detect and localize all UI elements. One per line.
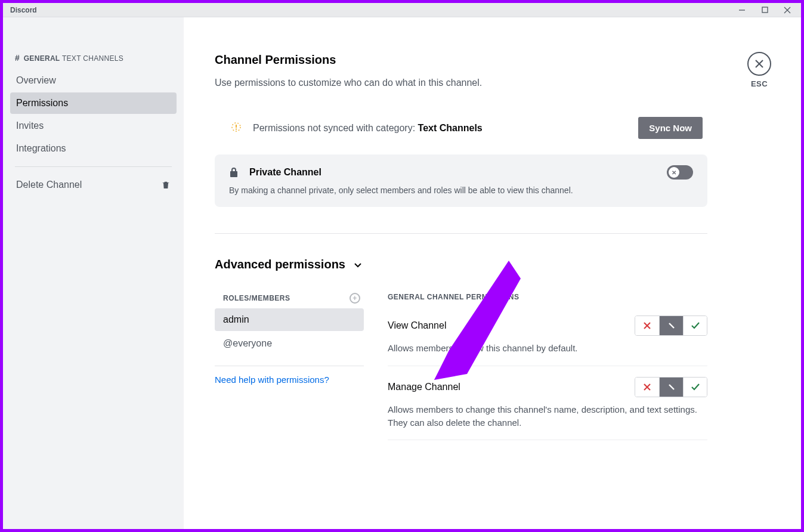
close-window-button[interactable] — [778, 4, 796, 16]
roles-header-label: ROLES/MEMBERS — [223, 294, 290, 302]
svg-rect-8 — [236, 129, 237, 130]
sidebar-item-invites[interactable]: Invites — [10, 115, 177, 137]
private-channel-toggle[interactable]: ✕ — [667, 165, 693, 180]
warning-icon — [231, 122, 241, 134]
permission-row: View Channel Allows members to view this… — [388, 316, 707, 355]
content-area: ESC Channel Permissions Use permissions … — [184, 17, 801, 529]
toggle-off-icon: ✕ — [672, 169, 676, 176]
sidebar-item-label: Delete Channel — [16, 180, 82, 190]
sidebar-separator — [15, 166, 172, 167]
page-description: Use permissions to customize who can do … — [215, 78, 777, 88]
permission-name: View Channel — [388, 320, 446, 331]
settings-sidebar: # GENERAL TEXT CHANNELS Overview Permiss… — [3, 17, 184, 529]
window-controls — [733, 4, 796, 16]
add-role-button[interactable]: + — [350, 293, 360, 304]
titlebar: Discord — [3, 3, 801, 17]
sidebar-item-label: Invites — [16, 120, 44, 131]
svg-line-14 — [669, 385, 674, 389]
permission-separator — [388, 366, 707, 366]
role-item-everyone[interactable]: @everyone — [215, 332, 364, 355]
trash-icon — [161, 180, 171, 190]
sidebar-item-label: Integrations — [16, 143, 66, 154]
section-divider — [215, 233, 707, 234]
lock-icon — [229, 167, 239, 178]
chevron-down-icon — [354, 261, 362, 269]
svg-rect-1 — [762, 7, 768, 13]
maximize-button[interactable] — [756, 4, 774, 16]
permission-tri-toggle — [635, 316, 707, 336]
close-settings-button[interactable]: ESC — [747, 52, 771, 88]
sidebar-item-integrations[interactable]: Integrations — [10, 138, 177, 159]
roles-separator — [215, 366, 364, 366]
hash-icon: # — [15, 53, 20, 63]
esc-label: ESC — [747, 79, 771, 88]
sidebar-item-delete[interactable]: Delete Channel — [10, 174, 177, 196]
permission-tri-toggle — [635, 377, 707, 397]
sidebar-item-label: Overview — [16, 75, 56, 86]
permission-neutral-button[interactable] — [659, 378, 683, 397]
permissions-section-title: GENERAL CHANNEL PERMISSIONS — [388, 293, 707, 301]
role-item-admin[interactable]: admin — [215, 308, 364, 331]
permission-description: Allows members to change this channel's … — [388, 403, 707, 429]
sidebar-header: # GENERAL TEXT CHANNELS — [10, 53, 177, 70]
permission-separator — [388, 440, 707, 440]
svg-line-11 — [669, 323, 674, 328]
permission-description: Allows members to view this channel by d… — [388, 342, 707, 355]
permission-allow-button[interactable] — [683, 378, 707, 397]
permission-row: Manage Channel Allows members to change … — [388, 377, 707, 429]
private-channel-title: Private Channel — [249, 167, 667, 178]
sync-text: Permissions not synced with category: Te… — [253, 123, 638, 134]
permission-name: Manage Channel — [388, 382, 460, 392]
roles-column: ROLES/MEMBERS + admin @everyone Need hel… — [215, 293, 364, 451]
svg-rect-7 — [236, 125, 237, 128]
page-title: Channel Permissions — [215, 53, 777, 67]
advanced-permissions-header[interactable]: Advanced permissions — [215, 258, 777, 271]
minimize-button[interactable] — [733, 4, 751, 16]
sync-notice: Permissions not synced with category: Te… — [215, 117, 707, 139]
role-label: admin — [223, 314, 249, 324]
advanced-permissions-title: Advanced permissions — [215, 258, 345, 271]
permission-deny-button[interactable] — [635, 316, 659, 335]
permissions-help-link[interactable]: Need help with permissions? — [215, 375, 329, 385]
close-icon — [754, 58, 765, 69]
private-channel-card: Private Channel ✕ By making a channel pr… — [215, 154, 707, 207]
sync-now-button[interactable]: Sync Now — [638, 117, 703, 139]
permission-neutral-button[interactable] — [659, 316, 683, 335]
permissions-column: GENERAL CHANNEL PERMISSIONS View Channel… — [388, 293, 707, 451]
permission-deny-button[interactable] — [635, 378, 659, 397]
sidebar-channel-name: GENERAL — [24, 54, 60, 63]
sidebar-item-overview[interactable]: Overview — [10, 70, 177, 91]
private-channel-description: By making a channel private, only select… — [229, 185, 693, 195]
sidebar-category-label: TEXT CHANNELS — [62, 54, 123, 63]
app-title: Discord — [10, 6, 37, 14]
sidebar-item-permissions[interactable]: Permissions — [10, 92, 177, 114]
role-label: @everyone — [223, 338, 272, 348]
sidebar-item-label: Permissions — [16, 98, 68, 109]
permission-allow-button[interactable] — [683, 316, 707, 335]
